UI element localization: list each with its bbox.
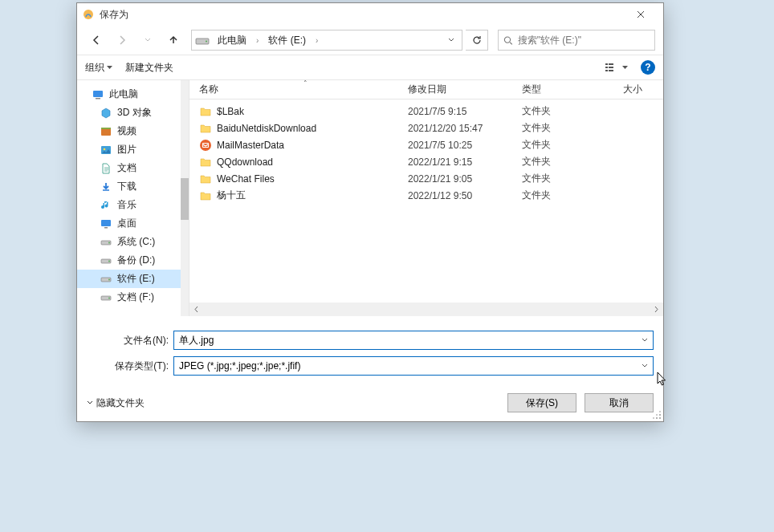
sidebar-item-label: 桌面 <box>117 217 136 230</box>
sidebar-item[interactable]: 3D 对象 <box>77 104 189 122</box>
back-button[interactable] <box>85 29 108 51</box>
forward-button[interactable] <box>111 29 133 51</box>
sidebar-item-icon <box>100 125 112 138</box>
file-row[interactable]: 杨十五2022/1/12 9:50文件夹 <box>189 187 663 204</box>
address-bar[interactable]: 此电脑 › 软件 (E:) › <box>191 30 462 51</box>
sidebar-item[interactable]: 软件 (E:) <box>77 270 189 288</box>
file-name: $LBak <box>217 106 408 117</box>
search-icon <box>503 35 513 46</box>
sidebar-item[interactable]: 备份 (D:) <box>77 251 189 270</box>
folder-icon <box>199 105 212 118</box>
chevron-down-icon[interactable] <box>642 338 648 343</box>
svg-point-3 <box>504 36 510 42</box>
titlebar: 保存为 <box>77 3 663 26</box>
help-button[interactable]: ? <box>641 60 655 75</box>
file-row[interactable]: $LBak2021/7/5 9:15文件夹 <box>189 103 663 120</box>
organize-button[interactable]: 组织 <box>85 61 112 75</box>
file-date: 2022/1/21 9:05 <box>408 173 522 185</box>
svg-rect-13 <box>101 128 111 129</box>
sidebar-item-label: 3D 对象 <box>117 106 152 120</box>
column-type[interactable]: 类型 <box>522 80 610 99</box>
sidebar-item-icon <box>100 181 112 193</box>
file-date: 2022/1/21 9:15 <box>408 156 522 168</box>
svg-rect-8 <box>605 70 608 71</box>
file-type: 文件夹 <box>522 155 610 169</box>
mail-icon <box>199 139 212 152</box>
sidebar-item[interactable]: 下载 <box>77 177 189 196</box>
sidebar-item[interactable]: 图片 <box>77 140 189 159</box>
sidebar-scrollbar[interactable] <box>181 80 189 316</box>
column-date[interactable]: 修改日期 <box>408 80 522 99</box>
filename-field[interactable]: 单人.jpg <box>173 331 654 350</box>
file-name: 杨十五 <box>217 189 408 202</box>
refresh-button[interactable] <box>466 30 488 51</box>
svg-rect-16 <box>101 220 111 226</box>
svg-rect-9 <box>609 70 613 71</box>
column-headers: ˄ 名称 修改日期 类型 大小 <box>189 80 663 99</box>
file-date: 2021/12/20 15:47 <box>408 123 522 134</box>
toolbar: 组织 新建文件夹 ? <box>77 55 663 80</box>
sidebar-item-icon <box>100 217 112 230</box>
file-date: 2021/7/5 9:15 <box>408 106 522 117</box>
file-type: 文件夹 <box>522 104 610 118</box>
cancel-button[interactable]: 取消 <box>585 393 654 412</box>
close-button[interactable] <box>623 3 658 26</box>
file-row[interactable]: BaiduNetdiskDownload2021/12/20 15:47文件夹 <box>189 120 663 136</box>
newfolder-label: 新建文件夹 <box>125 61 173 75</box>
file-row[interactable]: MailMasterData2021/7/5 10:25文件夹 <box>189 136 663 153</box>
filename-value: 单人.jpg <box>179 334 214 347</box>
svg-point-28 <box>659 417 661 419</box>
sidebar-item-icon <box>100 107 112 120</box>
new-folder-button[interactable]: 新建文件夹 <box>125 61 173 75</box>
svg-point-21 <box>108 260 110 262</box>
chevron-right-icon: › <box>314 36 320 45</box>
recent-dropdown[interactable] <box>136 29 159 51</box>
breadcrumb-current[interactable]: 软件 (E:) <box>265 32 309 49</box>
file-row[interactable]: WeChat Files2022/1/21 9:05文件夹 <box>189 170 663 187</box>
sidebar-item-label: 图片 <box>117 143 136 156</box>
breadcrumb-root[interactable]: 此电脑 <box>214 32 250 49</box>
chevron-down-icon[interactable] <box>642 363 648 368</box>
file-name: BaiduNetdiskDownload <box>217 123 408 134</box>
svg-point-25 <box>108 297 110 298</box>
search-input[interactable] <box>518 35 650 46</box>
address-dropdown[interactable] <box>444 38 458 43</box>
search-box[interactable] <box>498 30 655 51</box>
file-name: MailMasterData <box>217 140 408 151</box>
scroll-left-button[interactable] <box>189 303 203 316</box>
horizontal-scrollbar[interactable] <box>189 303 663 316</box>
app-icon <box>82 8 95 21</box>
save-button[interactable]: 保存(S) <box>507 393 576 412</box>
drive-icon <box>195 35 210 46</box>
sidebar-item-label: 视频 <box>117 124 136 138</box>
sidebar-root-thispc[interactable]: 此电脑 <box>77 85 189 104</box>
file-date: 2021/7/5 10:25 <box>408 140 522 151</box>
sidebar-item-icon <box>100 199 112 212</box>
svg-point-23 <box>108 278 110 280</box>
sidebar-item[interactable]: 音乐 <box>77 196 189 214</box>
sidebar-item-icon <box>100 236 112 249</box>
sidebar-item[interactable]: 文档 <box>77 159 189 177</box>
sidebar-item[interactable]: 系统 (C:) <box>77 233 189 251</box>
scroll-right-button[interactable] <box>650 303 663 316</box>
svg-point-2 <box>206 41 207 43</box>
filename-row: 文件名(N): 单人.jpg <box>77 327 663 353</box>
column-size[interactable]: 大小 <box>610 80 663 99</box>
folder-icon <box>199 156 212 169</box>
file-row[interactable]: QQdownload2022/1/21 9:15文件夹 <box>189 153 663 170</box>
sidebar-item[interactable]: 视频 <box>77 122 189 140</box>
up-button[interactable] <box>162 29 185 51</box>
file-type: 文件夹 <box>522 121 610 135</box>
resize-grip[interactable] <box>652 410 662 420</box>
sidebar-item-label: 软件 (E:) <box>117 272 155 286</box>
view-button[interactable] <box>605 62 628 73</box>
sidebar-item[interactable]: 文档 (F:) <box>77 288 189 307</box>
nav-row: 此电脑 › 软件 (E:) › <box>77 26 663 55</box>
sidebar-item[interactable]: 桌面 <box>77 214 189 233</box>
svg-rect-11 <box>96 98 100 99</box>
filetype-field[interactable]: JPEG (*.jpg;*.jpeg;*.jpe;*.jfif) <box>173 356 654 376</box>
sidebar-item-icon <box>100 273 112 286</box>
scrollbar-thumb[interactable] <box>181 178 189 220</box>
hide-folders-toggle[interactable]: 隐藏文件夹 <box>87 396 145 410</box>
sidebar-item-icon <box>100 144 112 156</box>
